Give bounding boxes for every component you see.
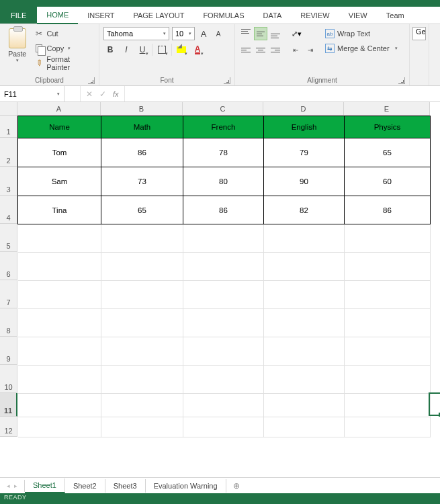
- cell[interactable]: [183, 337, 264, 366]
- cell[interactable]: 60: [345, 167, 431, 196]
- tab-insert[interactable]: INSERT: [78, 7, 124, 24]
- tab-formulas[interactable]: FORMULAS: [193, 7, 253, 24]
- sheet-tab-sheet2[interactable]: Sheet2: [65, 479, 105, 493]
- cell[interactable]: [264, 417, 345, 437]
- cell[interactable]: [345, 394, 431, 417]
- cell[interactable]: Tina: [18, 196, 101, 224]
- cell[interactable]: [101, 417, 183, 437]
- tab-view[interactable]: VIEW: [339, 7, 377, 24]
- column-header[interactable]: C: [183, 102, 263, 116]
- cell[interactable]: [18, 281, 101, 309]
- row-header[interactable]: 3: [0, 167, 17, 196]
- row-header[interactable]: 2: [0, 138, 17, 167]
- cell[interactable]: 80: [183, 167, 264, 196]
- cell[interactable]: [101, 337, 183, 366]
- italic-button[interactable]: I: [120, 43, 133, 56]
- cell[interactable]: [101, 366, 183, 394]
- formula-input[interactable]: [125, 86, 440, 101]
- sheet-tab-evaluation-warning[interactable]: Evaluation Warning: [146, 479, 226, 493]
- sheet-tab-sheet3[interactable]: Sheet3: [105, 479, 146, 493]
- cell[interactable]: [264, 253, 345, 281]
- tab-page-layout[interactable]: PAGE LAYOUT: [124, 7, 193, 24]
- cell[interactable]: [264, 394, 345, 417]
- cell[interactable]: 65: [101, 196, 183, 224]
- cell[interactable]: [18, 337, 101, 366]
- cell[interactable]: [183, 281, 264, 309]
- underline-button[interactable]: U: [136, 43, 149, 56]
- cell[interactable]: Tom: [18, 138, 101, 167]
- column-header[interactable]: A: [17, 102, 101, 116]
- cell[interactable]: Name: [18, 116, 101, 138]
- cell[interactable]: [345, 224, 431, 253]
- row-header[interactable]: 6: [0, 252, 17, 280]
- cell[interactable]: [18, 224, 101, 253]
- cell[interactable]: 86: [345, 196, 431, 224]
- wrap-text-button[interactable]: abWrap Text: [322, 27, 400, 40]
- cell[interactable]: [101, 224, 183, 253]
- fill-color-button[interactable]: [175, 43, 188, 56]
- cell[interactable]: [264, 366, 345, 394]
- merge-center-button[interactable]: Merge & Center▾: [322, 42, 400, 55]
- align-center-button[interactable]: [254, 43, 267, 56]
- column-header[interactable]: B: [101, 102, 183, 116]
- tab-team[interactable]: Team: [377, 7, 414, 24]
- cell[interactable]: 78: [183, 138, 264, 167]
- row-header[interactable]: 4: [0, 196, 17, 224]
- cell[interactable]: English: [264, 116, 345, 138]
- dialog-launcher-icon[interactable]: [88, 77, 95, 84]
- cell[interactable]: [183, 309, 264, 337]
- cell[interactable]: [183, 394, 264, 417]
- cell[interactable]: [101, 253, 183, 281]
- cell[interactable]: Sam: [18, 167, 101, 196]
- dialog-launcher-icon[interactable]: [224, 77, 230, 84]
- increase-font-button[interactable]: [197, 27, 210, 40]
- cell[interactable]: [18, 253, 101, 281]
- tab-data[interactable]: DATA: [254, 7, 292, 24]
- cell[interactable]: [264, 281, 345, 309]
- cell[interactable]: French: [183, 116, 264, 138]
- font-size-combo[interactable]: 10▾: [172, 27, 195, 40]
- cell[interactable]: 73: [101, 167, 183, 196]
- cancel-formula-icon[interactable]: ✕: [86, 89, 93, 99]
- align-middle-button[interactable]: [254, 27, 267, 40]
- column-header[interactable]: E: [344, 102, 430, 116]
- align-left-button[interactable]: [239, 43, 253, 56]
- align-top-button[interactable]: [239, 27, 253, 40]
- font-color-button[interactable]: A: [191, 43, 204, 56]
- cell[interactable]: [345, 253, 431, 281]
- column-header[interactable]: D: [263, 102, 344, 116]
- select-all-corner[interactable]: [0, 102, 17, 116]
- cell[interactable]: [264, 309, 345, 337]
- enter-formula-icon[interactable]: ✓: [99, 89, 106, 99]
- cell[interactable]: [345, 281, 431, 309]
- cell[interactable]: Math: [101, 116, 183, 138]
- name-box[interactable]: F11▾: [0, 86, 64, 101]
- cell[interactable]: [345, 309, 431, 337]
- cell[interactable]: 65: [345, 138, 431, 167]
- cell[interactable]: [18, 366, 101, 394]
- spreadsheet-grid[interactable]: ABCDE 123456789101112 NameMathFrenchEngl…: [0, 102, 440, 465]
- orientation-button[interactable]: ⤢▾: [289, 27, 304, 40]
- copy-button[interactable]: Copy▾: [34, 42, 95, 55]
- row-header[interactable]: 12: [0, 417, 17, 437]
- cell[interactable]: 90: [264, 167, 345, 196]
- tab-review[interactable]: REVIEW: [291, 7, 339, 24]
- dialog-launcher-icon[interactable]: [398, 77, 405, 84]
- cell[interactable]: [101, 394, 183, 417]
- cell[interactable]: [183, 224, 264, 253]
- cut-button[interactable]: Cut: [34, 27, 95, 40]
- row-header[interactable]: 7: [0, 280, 17, 308]
- row-header[interactable]: 8: [0, 308, 17, 337]
- cell[interactable]: [183, 417, 264, 437]
- decrease-font-button[interactable]: [212, 27, 224, 40]
- cell[interactable]: 79: [264, 138, 345, 167]
- row-header[interactable]: 10: [0, 365, 17, 393]
- borders-button[interactable]: [155, 43, 169, 56]
- cell[interactable]: [18, 309, 101, 337]
- row-header[interactable]: 11: [0, 393, 17, 417]
- bold-button[interactable]: B: [103, 43, 117, 56]
- row-header[interactable]: 1: [0, 116, 17, 138]
- row-header[interactable]: 5: [0, 224, 17, 252]
- row-header[interactable]: 9: [0, 337, 17, 365]
- cell[interactable]: [345, 366, 431, 394]
